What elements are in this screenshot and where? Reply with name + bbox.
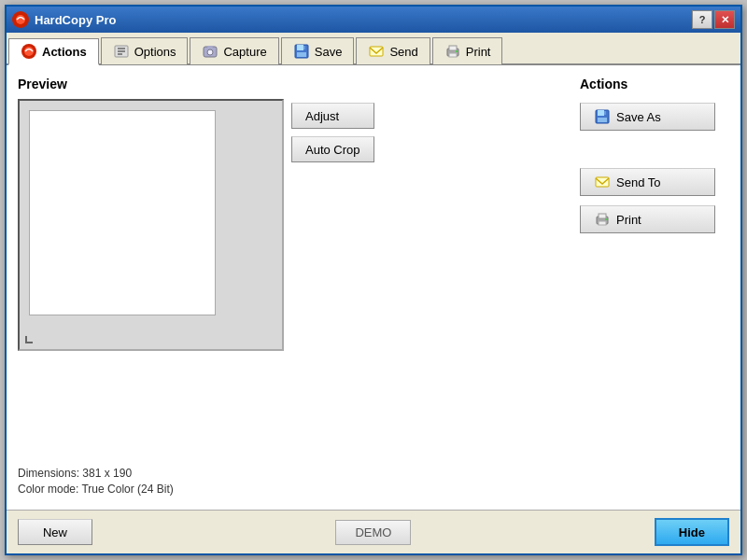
svg-point-19 bbox=[456, 50, 458, 52]
title-bar: HardCopy Pro ? ✕ bbox=[7, 7, 740, 33]
dimensions-text: Dimensions: 381 x 190 bbox=[18, 467, 565, 480]
actions-tab-icon bbox=[21, 43, 37, 60]
print-tab-icon bbox=[444, 43, 461, 60]
tab-print[interactable]: Print bbox=[432, 37, 503, 64]
window-title: HardCopy Pro bbox=[35, 13, 692, 27]
print-button[interactable]: Print bbox=[580, 205, 715, 233]
svg-rect-17 bbox=[449, 46, 457, 50]
tab-save-label: Save bbox=[315, 45, 343, 59]
color-mode-text: Color mode: True Color (24 Bit) bbox=[18, 483, 565, 496]
svg-rect-27 bbox=[599, 221, 606, 225]
tab-actions-label: Actions bbox=[42, 45, 87, 59]
hide-button[interactable]: Hide bbox=[655, 518, 729, 546]
actions-title: Actions bbox=[580, 77, 729, 91]
svg-rect-10 bbox=[207, 46, 213, 48]
preview-title: Preview bbox=[18, 77, 565, 91]
adjust-button[interactable]: Adjust bbox=[291, 103, 374, 129]
save-as-button[interactable]: Save As bbox=[580, 103, 715, 131]
tab-send[interactable]: Send bbox=[356, 37, 430, 64]
tab-capture[interactable]: Capture bbox=[190, 37, 278, 64]
tab-send-label: Send bbox=[389, 45, 417, 59]
tab-actions[interactable]: Actions bbox=[8, 38, 99, 65]
svg-point-9 bbox=[207, 49, 213, 55]
svg-rect-14 bbox=[303, 46, 305, 49]
bottom-bar: New DEMO Hide bbox=[7, 510, 740, 553]
save-as-icon bbox=[594, 108, 611, 125]
preview-canvas bbox=[18, 99, 284, 351]
svg-rect-26 bbox=[599, 214, 606, 218]
svg-rect-15 bbox=[370, 47, 383, 56]
close-button[interactable]: ✕ bbox=[714, 10, 735, 29]
send-to-icon bbox=[594, 174, 611, 190]
demo-label: DEMO bbox=[335, 520, 411, 545]
tab-options[interactable]: Options bbox=[101, 37, 189, 64]
preview-corner-indicator bbox=[25, 336, 33, 343]
svg-rect-24 bbox=[596, 177, 609, 187]
svg-rect-23 bbox=[604, 111, 606, 115]
auto-crop-button[interactable]: Auto Crop bbox=[291, 136, 374, 162]
send-to-button[interactable]: Send To bbox=[580, 168, 715, 196]
save-tab-icon bbox=[293, 43, 310, 60]
options-tab-icon bbox=[113, 43, 130, 60]
tab-options-label: Options bbox=[134, 45, 176, 59]
svg-rect-21 bbox=[598, 110, 604, 116]
help-button[interactable]: ? bbox=[692, 10, 712, 29]
tab-capture-label: Capture bbox=[223, 45, 266, 59]
svg-rect-22 bbox=[598, 118, 607, 122]
tab-print-label: Print bbox=[466, 45, 491, 59]
capture-tab-icon bbox=[202, 43, 218, 60]
left-panel: Preview Adjust Auto Crop Dimensions: 381… bbox=[18, 77, 565, 498]
preview-info: Dimensions: 381 x 190 Color mode: True C… bbox=[18, 467, 565, 498]
app-icon bbox=[12, 11, 29, 28]
send-to-label: Send To bbox=[616, 175, 660, 189]
send-tab-icon bbox=[368, 43, 385, 60]
preview-image bbox=[29, 110, 216, 315]
svg-point-28 bbox=[605, 218, 607, 220]
save-as-label: Save As bbox=[616, 110, 661, 124]
main-window: HardCopy Pro ? ✕ Actions Options bbox=[5, 5, 742, 555]
action-buttons: Save As Send To Prin bbox=[580, 103, 729, 233]
new-button[interactable]: New bbox=[18, 519, 92, 545]
tab-bar: Actions Options Capture bbox=[7, 33, 740, 65]
print-label: Print bbox=[616, 213, 641, 227]
preview-area: Adjust Auto Crop bbox=[18, 99, 565, 457]
main-content: Preview Adjust Auto Crop Dimensions: 381… bbox=[7, 65, 740, 510]
svg-rect-12 bbox=[297, 45, 303, 50]
preview-buttons: Adjust Auto Crop bbox=[291, 99, 374, 457]
svg-rect-18 bbox=[449, 53, 457, 57]
window-controls: ? ✕ bbox=[692, 10, 735, 29]
print-icon bbox=[594, 211, 611, 228]
right-panel: Actions Save As Send T bbox=[580, 77, 729, 498]
tab-save[interactable]: Save bbox=[281, 37, 355, 64]
svg-rect-13 bbox=[297, 52, 306, 57]
